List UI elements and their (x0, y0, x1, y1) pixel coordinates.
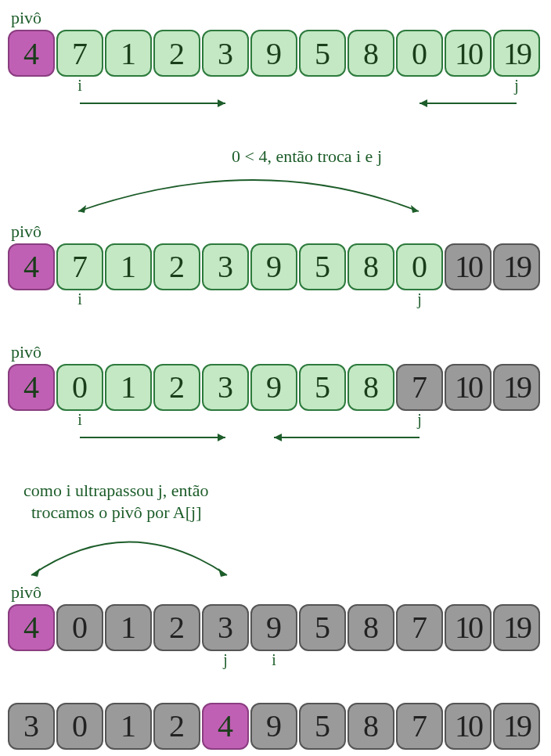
array-cell: 2 (153, 364, 200, 411)
array-cell: 3 (202, 364, 249, 411)
pivot-label: pivô (8, 221, 543, 242)
spacer (299, 411, 346, 431)
array-cell: 2 (153, 243, 200, 290)
array-cell: 7 (396, 703, 443, 750)
spacer (56, 651, 103, 671)
array-cell: 8 (348, 703, 394, 750)
spacer (202, 411, 249, 431)
array-cell: 2 (153, 703, 200, 750)
array array-row-4: 4012395871019 (8, 604, 543, 651)
ij-labels-4: ji (8, 651, 543, 671)
array array-row-1: 4712395801019 (8, 30, 543, 77)
pivot-label: pivô (8, 342, 543, 362)
svg-marker-5 (411, 205, 419, 213)
array-cell: 0 (396, 30, 443, 77)
spacer (105, 77, 152, 97)
svg-marker-1 (218, 99, 225, 107)
array-cell: 1 (105, 703, 152, 750)
array-cell: 5 (299, 30, 346, 77)
spacer (250, 411, 297, 431)
array-cell: 4 (202, 703, 249, 750)
array-cell: 9 (250, 30, 297, 77)
step-1: pivô 4712395801019 ij (8, 8, 543, 114)
array-cell: 1 (105, 30, 152, 77)
array-cell: 3 (8, 703, 55, 750)
array-cell: 0 (56, 604, 103, 651)
array-cell: 19 (493, 703, 540, 750)
array-cell: 3 (202, 604, 249, 651)
array-cell: 10 (445, 703, 492, 750)
spacer (105, 651, 152, 671)
j-label: j (396, 411, 443, 431)
spacer (250, 77, 297, 97)
spacer (445, 651, 492, 671)
array array-row-3: 4012395871019 (8, 364, 543, 411)
step-5: 3012495871019 (8, 703, 543, 750)
array-cell: 9 (250, 703, 297, 750)
ij-labels-1: ij (8, 77, 543, 97)
pivot-swap-caption-block: como i ultrapassou j, então trocamos o p… (8, 480, 543, 579)
array-cell: 7 (56, 243, 103, 290)
array-cell: 4 (8, 30, 55, 77)
spacer (8, 651, 55, 671)
array-cell: 4 (8, 243, 55, 290)
svg-marker-7 (218, 434, 225, 441)
array-cell: 9 (250, 243, 297, 290)
array-cell: 2 (153, 604, 200, 651)
svg-marker-4 (78, 205, 86, 213)
spacer (202, 77, 249, 97)
ij-arrows-1 (8, 97, 543, 117)
spacer (105, 290, 152, 311)
array-cell: 7 (56, 30, 103, 77)
array-cell: 19 (493, 604, 540, 651)
spacer (299, 77, 346, 97)
array-cell: 5 (299, 364, 346, 411)
spacer (8, 77, 55, 97)
spacer (493, 651, 540, 671)
i-label: i (56, 77, 103, 97)
spacer (445, 77, 492, 97)
array-cell: 0 (56, 364, 103, 411)
spacer (493, 411, 540, 431)
spacer (396, 77, 443, 97)
spacer (348, 411, 394, 431)
spacer (153, 651, 200, 671)
array-cell: 3 (202, 30, 249, 77)
spacer (153, 411, 200, 431)
swap-arc-2 (8, 524, 543, 579)
array-cell: 7 (396, 364, 443, 411)
spacer (348, 651, 394, 671)
svg-marker-3 (420, 99, 427, 107)
array-cell: 5 (299, 604, 346, 651)
spacer (348, 290, 394, 311)
array-cell: 8 (348, 30, 394, 77)
ij-labels-2: ij (8, 290, 543, 311)
j-label: j (493, 77, 540, 97)
array-cell: 8 (348, 604, 394, 651)
spacer (299, 290, 346, 311)
array-cell: 1 (105, 604, 152, 651)
svg-marker-11 (218, 568, 227, 577)
spacer (250, 290, 297, 311)
array-cell: 9 (250, 604, 297, 651)
pivot-swap-caption-l2: trocamos o pivô por A[j] (8, 502, 543, 524)
array-cell: 4 (8, 604, 55, 651)
swap-caption-block: 0 < 4, então troca i e j (8, 146, 543, 215)
array-cell: 0 (56, 703, 103, 750)
spacer (8, 290, 55, 311)
j-label: j (202, 651, 249, 671)
array-cell: 19 (493, 364, 540, 411)
array-cell: 8 (348, 364, 394, 411)
array-cell: 4 (8, 364, 55, 411)
array-cell: 10 (445, 364, 492, 411)
array-cell: 19 (493, 30, 540, 77)
ij-labels-3: ij (8, 411, 543, 431)
spacer (445, 411, 492, 431)
array-cell: 10 (445, 243, 492, 290)
step-4: pivô 4012395871019 ji (8, 582, 543, 671)
spacer (202, 290, 249, 311)
swap-caption: 0 < 4, então troca i e j (70, 146, 543, 168)
spacer (445, 290, 492, 311)
i-label: i (56, 290, 103, 311)
array-cell: 1 (105, 243, 152, 290)
